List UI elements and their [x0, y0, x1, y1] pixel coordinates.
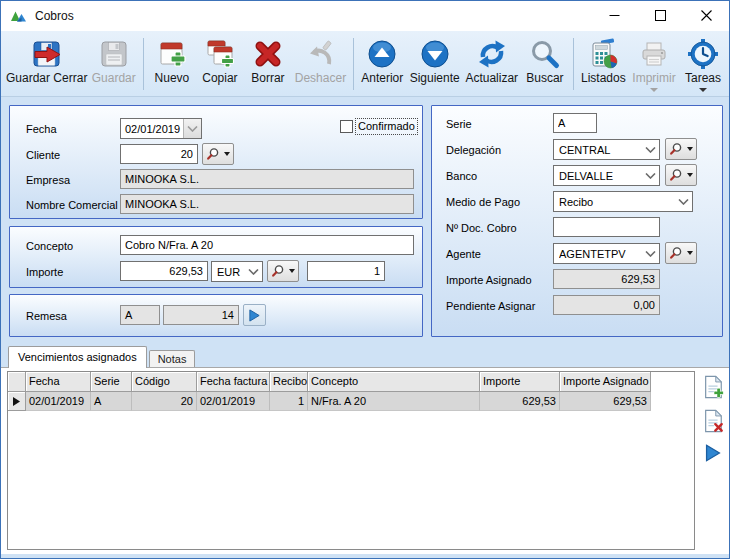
add-line-button[interactable] [701, 374, 725, 400]
toolbar-label: Tareas [685, 71, 721, 85]
cliente-input[interactable] [120, 144, 198, 164]
serie-input[interactable] [553, 113, 597, 133]
importe-input[interactable] [120, 261, 208, 281]
copiar-button[interactable]: Copiar [197, 35, 243, 87]
guardar-button[interactable]: Guardar [89, 35, 138, 87]
cliente-label: Cliente [26, 145, 60, 165]
chevron-down-icon [289, 269, 295, 273]
cliente-lookup-button[interactable] [202, 143, 234, 165]
actualizar-button[interactable]: Actualizar [464, 35, 520, 87]
buscar-button[interactable]: Buscar [522, 35, 568, 87]
magnifier-icon [206, 147, 220, 161]
chevron-down-icon[interactable] [183, 119, 201, 138]
remesa-serie-value: A [120, 305, 160, 325]
num-doc-cobro-label: Nº Doc. Cobro [446, 218, 517, 238]
tab-notas[interactable]: Notas [149, 350, 196, 367]
chevron-down-icon [687, 173, 693, 177]
delegacion-label: Delegación [446, 140, 501, 160]
toolbar-separator [143, 38, 144, 90]
cell-importe[interactable]: 629,53 [480, 392, 560, 411]
agente-label: Agente [446, 244, 481, 264]
cell-fecha-factura[interactable]: 02/01/2019 [197, 392, 270, 411]
chevron-down-icon [650, 88, 658, 92]
column-header-recibo: Recibo [270, 372, 308, 392]
delegacion-combobox[interactable]: CENTRAL [553, 139, 660, 160]
banco-combobox[interactable]: DELVALLE [553, 165, 660, 186]
chevron-down-icon [699, 88, 707, 92]
moneda-combobox[interactable]: EUR [211, 261, 263, 282]
cell-importe-asignado[interactable]: 629,53 [560, 392, 651, 411]
importe-asignado-value: 629,53 [553, 269, 660, 289]
nuevo-button[interactable]: Nuevo [149, 35, 195, 87]
delegacion-lookup-button[interactable] [665, 138, 697, 160]
confirmado-checkbox[interactable] [340, 120, 353, 133]
agente-value: AGENTETPV [559, 248, 645, 260]
column-header-importe: Importe [480, 372, 560, 392]
new-record-icon [156, 37, 188, 70]
table-row[interactable]: 02/01/2019 A 20 02/01/2019 1 N/Fra. A 20… [8, 392, 694, 411]
close-button[interactable] [683, 1, 729, 30]
anterior-button[interactable]: Anterior [359, 35, 406, 87]
fecha-label: Fecha [26, 119, 57, 139]
siguiente-button[interactable]: Siguiente [408, 35, 462, 87]
add-document-icon [702, 375, 724, 399]
moneda-lookup-button[interactable] [267, 260, 299, 282]
magnifier-icon [271, 264, 285, 278]
minimize-button[interactable] [591, 1, 637, 30]
fecha-combobox[interactable]: 02/01/2019 [120, 118, 202, 139]
window-controls [591, 1, 729, 30]
cell-serie[interactable]: A [91, 392, 132, 411]
concepto-input[interactable] [120, 235, 414, 255]
grid-header-row: Fecha Serie Código Fecha factura Recibo … [8, 372, 694, 392]
cell-recibo[interactable]: 1 [270, 392, 308, 411]
save-close-icon [31, 37, 63, 70]
cell-fecha[interactable]: 02/01/2019 [26, 392, 91, 411]
magnifier-icon [669, 142, 683, 156]
confirmado-label[interactable]: Confirmado [356, 119, 417, 134]
app-logo-icon [10, 8, 27, 25]
delete-line-button[interactable] [701, 408, 725, 434]
tareas-button[interactable]: Tareas [680, 35, 726, 94]
tab-content: Fecha Serie Código Fecha factura Recibo … [1, 368, 729, 554]
cell-codigo[interactable]: 20 [132, 392, 197, 411]
agente-combobox[interactable]: AGENTETPV [553, 243, 660, 264]
listados-button[interactable]: Listados [579, 35, 628, 87]
toolbar-label: Actualizar [465, 71, 518, 85]
nombre-comercial-label: Nombre Comercial [26, 195, 118, 215]
num-doc-cobro-input[interactable] [553, 217, 660, 237]
moneda-value: EUR [217, 266, 248, 278]
toolbar-label: Buscar [526, 71, 563, 85]
pendiente-asignar-label: Pendiente Asignar [446, 296, 535, 316]
toolbar-label: Imprimir [632, 71, 675, 85]
previous-icon [366, 37, 398, 70]
imprimir-button[interactable]: Imprimir [630, 35, 678, 94]
maximize-button[interactable] [637, 1, 683, 30]
remesa-label: Remesa [26, 306, 67, 326]
banco-label: Banco [446, 166, 477, 186]
importe-label: Importe [26, 262, 63, 282]
copy-record-icon [204, 37, 236, 70]
details-panel: Serie Delegación CENTRAL Banco DELVALLE [431, 105, 723, 337]
deshacer-button[interactable]: Deshacer [293, 35, 348, 87]
toolbar-label: Nuevo [155, 71, 190, 85]
search-icon [529, 37, 561, 70]
agente-lookup-button[interactable] [665, 242, 697, 264]
current-row-icon [13, 397, 20, 406]
medio-pago-combobox[interactable]: Recibo [553, 191, 693, 212]
cambio-input[interactable] [307, 261, 385, 281]
nombre-comercial-value: MINOOKA S.L. [120, 194, 414, 214]
guardar-cerrar-button[interactable]: Guardar Cerrar [6, 35, 87, 87]
chevron-down-icon [645, 251, 656, 257]
column-header-serie: Serie [91, 372, 132, 392]
tasks-icon [687, 37, 719, 70]
borrar-button[interactable]: Borrar [245, 35, 291, 87]
banco-lookup-button[interactable] [665, 164, 697, 186]
cell-concepto[interactable]: N/Fra. A 20 [308, 392, 480, 411]
toolbar-separator [353, 38, 354, 90]
tab-vencimientos-asignados[interactable]: Vencimientos asignados [8, 346, 147, 368]
row-indicator [8, 392, 26, 411]
go-to-line-button[interactable] [701, 440, 725, 466]
toolbar: Guardar Cerrar Guardar [1, 31, 729, 97]
remesa-go-button[interactable] [243, 304, 266, 326]
window-title: Cobros [35, 9, 74, 23]
